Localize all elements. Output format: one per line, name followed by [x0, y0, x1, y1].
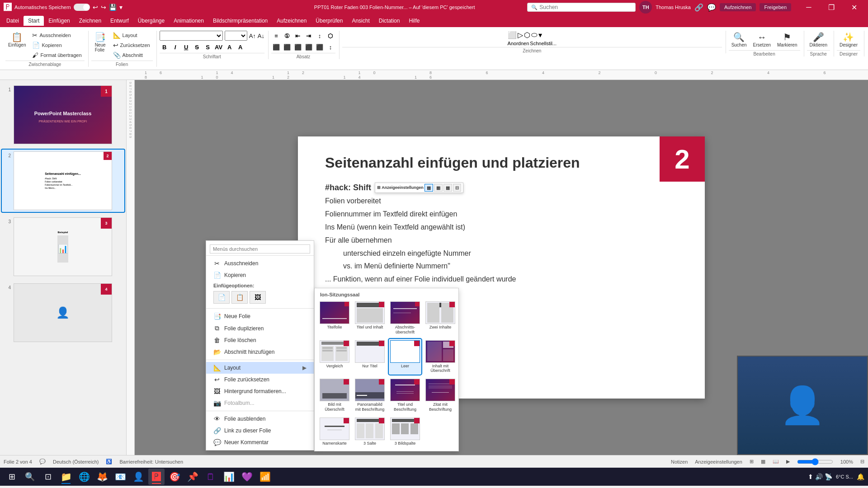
taskbar-app5[interactable]: 💜 — [239, 469, 255, 485]
layout-item-quote[interactable]: Zitat mit Beschriftung — [424, 377, 457, 413]
notifications-icon[interactable]: 🔔 — [857, 473, 864, 480]
arrange-btn[interactable]: Anordnen — [508, 41, 529, 46]
font-color-button[interactable]: A — [225, 42, 235, 52]
anzeige-toolbar[interactable]: ⊞ Anzeigeeinstellungen ▦ ▦ ▦ ⊟ — [375, 183, 463, 193]
designer-button[interactable]: ✨ Designer — [837, 31, 860, 49]
view-reader-btn[interactable]: 📖 — [773, 459, 779, 465]
view-slideshow-btn[interactable]: ▶ — [786, 459, 790, 465]
hack-text[interactable]: #hack: Shift — [325, 180, 371, 195]
indent-left-btn[interactable]: ⇤ — [293, 31, 303, 41]
view-btn-3[interactable]: ▦ — [443, 184, 452, 192]
justify-btn[interactable]: ⬛ — [304, 42, 314, 52]
reset-button[interactable]: ↩ Zurücksetzen — [110, 41, 153, 50]
menu-bildschirmpraesenation[interactable]: Bildschirmpräsentation — [208, 16, 272, 26]
record-btn[interactable]: Aufzeichnen — [720, 3, 756, 11]
strikethrough-button[interactable]: S — [192, 42, 202, 52]
numbered-list-btn[interactable]: ① — [282, 31, 292, 41]
align-center-btn[interactable]: ⬛ — [282, 42, 292, 52]
bullet-7[interactable]: ... Funktion, wenn auf einer Folie indiv… — [325, 273, 678, 286]
zoom-slider[interactable] — [797, 458, 833, 465]
taskbar-app4[interactable]: 📌 — [184, 469, 201, 485]
menu-animationen[interactable]: Animationen — [169, 16, 208, 26]
select-button[interactable]: ⚑ Markieren — [774, 31, 800, 49]
format-painter-button[interactable]: 🖌 Format übertragen — [29, 51, 84, 60]
menu-entwurf[interactable]: Entwurf — [106, 16, 133, 26]
view-slide-btn[interactable]: ▦ — [761, 459, 765, 465]
menu-datei[interactable]: Datei — [2, 16, 24, 26]
search-btn[interactable]: 🔍 — [22, 469, 38, 485]
ctx-hide-slide[interactable]: 👁 Folie ausblenden — [206, 413, 314, 425]
shapes-dropdown[interactable]: ▾ — [538, 31, 542, 39]
menu-einfuegen[interactable]: Einfügen — [44, 16, 74, 26]
dictate-button[interactable]: 🎤 Diktieren — [807, 31, 830, 49]
shadow-button[interactable]: S — [203, 42, 213, 52]
layout-item-titleslide[interactable]: Titelfolie — [318, 300, 351, 336]
bullet-6[interactable]: vs. im Menü definierte Nummern" — [343, 260, 678, 273]
taskbar-app6[interactable]: 📶 — [257, 469, 273, 485]
save-icon[interactable]: 💾 — [109, 4, 117, 11]
decrease-font-btn[interactable]: A↓ — [258, 33, 264, 39]
bullet-4[interactable]: Für alle übernehmen — [325, 234, 678, 247]
task-view-btn[interactable]: ⊡ — [40, 469, 56, 485]
bold-button[interactable]: B — [160, 42, 170, 52]
menu-hilfe[interactable]: Hilfe — [404, 16, 424, 26]
align-left-btn[interactable]: ⬛ — [271, 42, 281, 52]
accessibility-label[interactable]: Barrierefreiheit: Untersuchen — [119, 459, 183, 465]
layout-item-namecard[interactable]: Namenskarte — [318, 416, 351, 447]
italic-button[interactable]: I — [170, 42, 180, 52]
user-avatar[interactable]: TH — [639, 1, 652, 14]
layout-item-contentcaption[interactable]: Inhalt mit Überschrift — [424, 339, 457, 375]
highlight-button[interactable]: A — [236, 42, 245, 52]
copy-button[interactable]: 📄 Kopieren — [29, 41, 84, 50]
maximize-btn[interactable]: ❐ — [821, 0, 842, 14]
ctx-delete[interactable]: 🗑 Folie löschen — [206, 334, 314, 346]
increase-font-btn[interactable]: A↑ — [249, 33, 256, 39]
ctx-search-input[interactable] — [210, 244, 310, 253]
shape-2[interactable]: ▷ — [518, 31, 523, 39]
font-size-select[interactable] — [225, 31, 247, 41]
ctx-copy[interactable]: 📄 Kopieren — [206, 269, 314, 281]
slide-thumb-1[interactable]: 1 PowerPoint Masterclass PRÄSENTIEREN WI… — [2, 84, 124, 146]
layout-button[interactable]: 📐 Layout — [110, 31, 153, 40]
start-btn[interactable]: ⊞ — [4, 469, 20, 485]
view-settings-btn[interactable]: Anzeigeeinstellungen — [695, 459, 742, 465]
replace-button[interactable]: ↔ Ersetzen — [750, 31, 774, 49]
char-spacing-button[interactable]: AV — [214, 42, 224, 52]
minimize-btn[interactable]: ─ — [798, 0, 819, 14]
redo-icon[interactable]: ↪ — [101, 4, 106, 11]
ctx-paste-icon-2[interactable]: 📋 — [231, 291, 248, 304]
align-right-btn[interactable]: ⬛ — [293, 42, 303, 52]
layout-item-imagecaption[interactable]: Bild mit Überschrift — [318, 377, 351, 413]
paste-button[interactable]: 📋 Einfügen — [5, 31, 28, 49]
shape-3[interactable]: ⬡ — [524, 31, 530, 39]
text-direction-btn[interactable]: ↕ — [315, 31, 325, 41]
bullet-3[interactable]: Ins Menü (wenn kein Textfeld angewählt i… — [325, 221, 678, 234]
taskbar-edge[interactable]: 🌐 — [76, 469, 92, 485]
columns-btn[interactable]: ⬛ — [315, 42, 325, 52]
share-icon[interactable]: 🔗 — [694, 3, 703, 12]
taskbar-explorer[interactable]: 📁 — [58, 469, 74, 485]
menu-ueberpruefen[interactable]: Überprüfen — [311, 16, 347, 26]
bullet-5[interactable]: unterschied einzeln eingefügte Nummer — [343, 247, 678, 260]
slide-preview-2[interactable]: Seitenanzahl einfügen... #hack: Shift Fo… — [14, 151, 112, 210]
line-spacing-btn[interactable]: ↕ — [326, 42, 335, 52]
layout-item-sectionheader[interactable]: Abschnitts-überschrift — [389, 300, 421, 336]
taskbar-excel[interactable]: 📊 — [221, 469, 237, 485]
view-btn-4[interactable]: ⊟ — [453, 184, 461, 192]
slide-thumb-2[interactable]: 2 Seitenanzahl einfügen... #hack: Shift … — [2, 150, 124, 212]
fit-btn[interactable]: ⊟ — [860, 459, 864, 465]
menu-ansicht[interactable]: Ansicht — [347, 16, 374, 26]
taskbar-onenote[interactable]: 🗒 — [203, 469, 219, 485]
new-slide-button[interactable]: 📑 NeueFolie — [91, 31, 109, 54]
taskbar-app2[interactable]: 👤 — [130, 469, 146, 485]
bullet-2[interactable]: Foliennummer im Textfeld direkt einfügen — [325, 208, 678, 221]
font-family-select[interactable] — [160, 31, 223, 41]
bullet-1[interactable]: Folien vorbereitet — [325, 195, 678, 208]
ctx-comment[interactable]: 💬 Neuer Kommentar — [206, 436, 314, 448]
ctx-new-slide[interactable]: 📑 Neue Folie — [206, 310, 314, 322]
ctx-link-slide[interactable]: 🔗 Link zu dieser Folie — [206, 425, 314, 436]
slide-title[interactable]: Seitenanzahl einfügen und platzieren — [325, 155, 678, 171]
layout-item-threeimg[interactable]: 3 Bildspalte — [389, 416, 421, 447]
quick-styles-btn[interactable]: Schnellstil... — [530, 41, 557, 46]
view-btn-1[interactable]: ▦ — [425, 184, 433, 192]
